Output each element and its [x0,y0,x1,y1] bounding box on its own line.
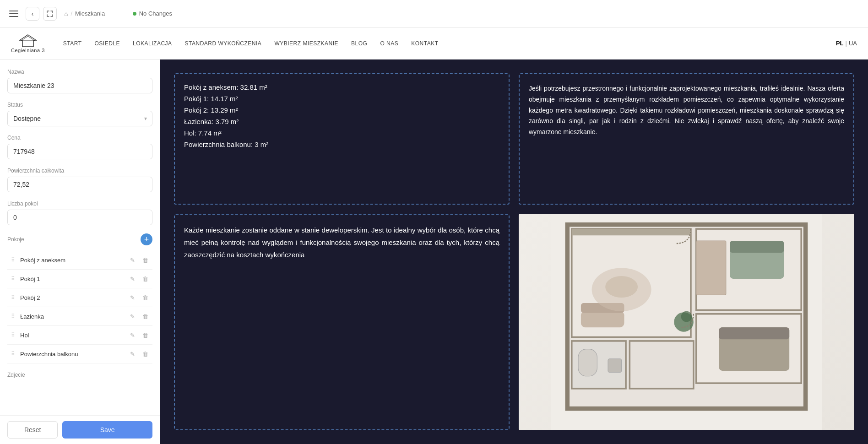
nav-back-button[interactable]: ‹ [26,7,39,21]
room-name-3: Łazienka [20,313,123,320]
delete-room-1-button[interactable]: 🗑 [140,273,151,284]
svg-marker-1 [21,36,35,41]
desc-preview-block: Jeśli potrzebujesz przestronnego i funkc… [519,73,854,205]
liczba-pokoi-label: Liczba pokoi [7,200,152,207]
svg-rect-22 [608,359,622,373]
nav-standard[interactable]: STANDARD WYKOŃCZENIA [185,40,262,47]
svg-rect-9 [581,311,624,327]
room-actions: ✎ 🗑 [127,311,151,322]
room-spec-0: Pokój z aneksem: 32.81 m² [184,83,499,91]
edit-room-0-button[interactable]: ✎ [127,254,138,265]
cena-label: Cena [7,135,152,141]
lang-separator: | [846,40,847,47]
status-label: No Changes [139,10,172,17]
powierzchnia-label: Powierzchnia całkowita [7,168,152,174]
nav-osiedle[interactable]: OSIEDLE [95,40,120,47]
drag-handle-icon[interactable]: ⠿ [9,350,16,357]
edit-room-4-button[interactable]: ✎ [127,330,138,341]
drag-handle-icon[interactable]: ⠿ [9,294,16,301]
list-item: ⠿ Pokój z aneksem ✎ 🗑 [7,251,152,270]
rooms-list: ⠿ Pokój z aneksem ✎ 🗑 ⠿ Pokój 1 ✎ 🗑 [7,251,152,363]
sidebar-scroll: Nazwa Status Dostępne Niedostępne Zareze… [0,60,160,444]
delete-room-5-button[interactable]: 🗑 [140,348,151,359]
status-select-wrapper: Dostępne Niedostępne Zarezerwowane ▾ [7,111,152,126]
nav-blog[interactable]: BLOG [351,40,367,47]
sidebar-footer: Reset Save [0,415,160,444]
floorplan-image [519,214,854,430]
nav-start[interactable]: START [63,40,82,47]
room-name-5: Powierzchnia balkonu [20,351,123,357]
room-name-2: Pokój 2 [20,294,123,301]
pokoje-header: Pokoje + [7,233,152,245]
room-actions: ✎ 🗑 [127,330,151,341]
expand-icon [47,11,53,17]
lang-pl[interactable]: PL [836,40,844,47]
svg-rect-8 [629,341,694,389]
pokoje-group: Pokoje + ⠿ Pokój z aneksem ✎ 🗑 [7,233,152,363]
svg-rect-19 [572,229,691,235]
svg-rect-13 [730,241,784,253]
room-spec-4: Hol: 7.74 m² [184,129,499,137]
liczba-pokoi-input[interactable] [7,210,152,225]
edit-room-5-button[interactable]: ✎ [127,348,138,359]
nazwa-label: Nazwa [7,69,152,75]
drag-handle-icon[interactable]: ⠿ [9,331,16,339]
edit-room-1-button[interactable]: ✎ [127,273,138,284]
logo-icon [19,34,37,48]
status-dot [133,12,136,16]
delete-room-4-button[interactable]: 🗑 [140,330,151,341]
room-spec-3: Łazienka: 3.79 m² [184,118,499,125]
status-select[interactable]: Dostępne Niedostępne Zarezerwowane [7,111,152,126]
nav-lokalizacja[interactable]: LOKALIZACJA [133,40,172,47]
liczba-pokoi-group: Liczba pokoi [7,200,152,225]
room-spec-2: Pokój 2: 13.29 m² [184,106,499,114]
nav-wybierz[interactable]: WYBIERZ MIESZKANIE [274,40,338,47]
breadcrumb-page: Mieszkania [75,10,105,17]
cena-input[interactable] [7,144,152,159]
preview-area: Pokój z aneksem: 32.81 m² Pokój 1: 14.17… [160,60,868,444]
powierzchnia-group: Powierzchnia całkowita [7,168,152,192]
menu-button[interactable] [7,6,22,21]
drag-handle-icon[interactable]: ⠿ [9,256,16,264]
edit-room-3-button[interactable]: ✎ [127,311,138,322]
zdjecie-label: Zdjecie [7,372,152,378]
lang-ua[interactable]: UA [849,40,857,47]
cena-group: Cena [7,135,152,159]
svg-rect-18 [696,241,726,295]
svg-rect-15 [719,327,789,339]
room-name-1: Pokój 1 [20,276,123,282]
room-spec-5: Powierzchnia balkonu: 3 m² [184,141,499,148]
list-item: ⠿ Pokój 2 ✎ 🗑 [7,288,152,307]
status-label: Status [7,102,152,108]
add-room-button[interactable]: + [141,233,152,245]
add-icon: + [144,235,149,244]
drag-handle-icon[interactable]: ⠿ [9,313,16,320]
status-group: Status Dostępne Niedostępne Zarezerwowan… [7,102,152,126]
delete-room-3-button[interactable]: 🗑 [140,311,151,322]
breadcrumb-home-icon: ⌂ [64,10,68,17]
language-switcher: PL | UA [836,40,857,47]
delete-room-2-button[interactable]: 🗑 [140,292,151,303]
save-button[interactable]: Save [62,421,152,439]
room-actions: ✎ 🗑 [127,254,151,265]
edit-room-2-button[interactable]: ✎ [127,292,138,303]
topbar: ‹ ⌂ / Mieszkania No Changes [0,0,868,27]
room-actions: ✎ 🗑 [127,292,151,303]
nav-kontakt[interactable]: KONTAKT [411,40,438,47]
room-actions: ✎ 🗑 [127,273,151,284]
powierzchnia-input[interactable] [7,177,152,192]
svg-point-17 [681,311,692,322]
list-item: ⠿ Łazienka ✎ 🗑 [7,307,152,326]
room-name-4: Hol [20,332,123,339]
nazwa-input[interactable] [7,78,152,93]
delete-room-0-button[interactable]: 🗑 [140,254,151,265]
nav-onas[interactable]: O NAS [380,40,398,47]
status-indicator: No Changes [133,10,172,17]
floorplan-block [519,214,854,430]
expand-button[interactable] [43,7,57,21]
room-name-0: Pokój z aneksem [20,257,123,264]
room-spec-1: Pokój 1: 14.17 m² [184,95,499,103]
reset-button[interactable]: Reset [7,421,58,439]
drag-handle-icon[interactable]: ⠿ [9,275,16,282]
rooms-preview-block: Pokój z aneksem: 32.81 m² Pokój 1: 14.17… [174,73,510,205]
